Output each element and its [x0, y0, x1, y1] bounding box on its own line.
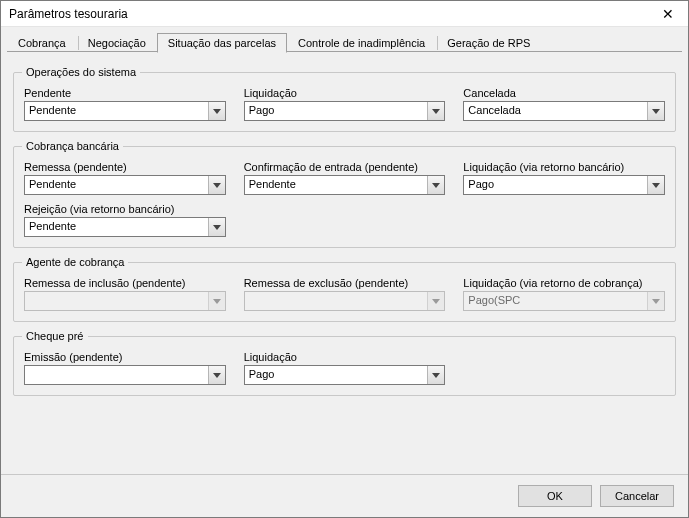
client-area: Cobrança Negociação Situação das parcela…: [1, 27, 688, 517]
combo-value: Pago(SPC: [464, 292, 647, 310]
tab-cobranca[interactable]: Cobrança: [7, 33, 77, 52]
field-label: Liquidação: [244, 351, 446, 363]
combo-agente-liquidacao: Pago(SPC: [463, 291, 665, 311]
field-ops-liquidacao: Liquidação Pago: [244, 87, 446, 121]
combo-cob-confirmacao[interactable]: Pendente: [244, 175, 446, 195]
field-label: Pendente: [24, 87, 226, 99]
field-label: Liquidação: [244, 87, 446, 99]
combo-value: [245, 292, 428, 310]
chevron-down-icon: [208, 176, 225, 194]
combo-cob-liquidacao[interactable]: Pago: [463, 175, 665, 195]
ok-button[interactable]: OK: [518, 485, 592, 507]
field-ops-cancelada: Cancelada Cancelada: [463, 87, 665, 121]
field-cob-remessa: Remessa (pendente) Pendente: [24, 161, 226, 195]
tab-page: Operações do sistema Pendente Pendente L…: [1, 52, 688, 474]
field-agente-rem-inclusao: Remessa de inclusão (pendente): [24, 277, 226, 311]
chevron-down-icon: [208, 218, 225, 236]
tab-label: Situação das parcelas: [168, 37, 276, 49]
close-button[interactable]: ✕: [648, 1, 688, 27]
cancel-button[interactable]: Cancelar: [600, 485, 674, 507]
close-icon: ✕: [662, 6, 674, 22]
chevron-down-icon: [427, 292, 444, 310]
field-agente-liquidacao: Liquidação (via retorno de cobrança) Pag…: [463, 277, 665, 311]
window-title: Parâmetros tesouraria: [9, 7, 128, 21]
group-agente-cobranca: Agente de cobrança Remessa de inclusão (…: [13, 262, 676, 322]
field-label: Remessa de exclusão (pendente): [244, 277, 446, 289]
combo-ops-cancelada[interactable]: Cancelada: [463, 101, 665, 121]
field-cob-rejeicao: Rejeição (via retorno bancário) Pendente: [24, 203, 226, 237]
field-label: Emissão (pendente): [24, 351, 226, 363]
field-label: Liquidação (via retorno de cobrança): [463, 277, 665, 289]
tab-label: Negociação: [88, 37, 146, 49]
combo-value: [25, 366, 208, 384]
chevron-down-icon: [427, 176, 444, 194]
combo-value: Pendente: [25, 102, 208, 120]
chevron-down-icon: [647, 292, 664, 310]
field-label: Cancelada: [463, 87, 665, 99]
chevron-down-icon: [427, 102, 444, 120]
combo-agente-rem-inclusao: [24, 291, 226, 311]
field-ops-pendente: Pendente Pendente: [24, 87, 226, 121]
tab-geracao-rps[interactable]: Geração de RPS: [436, 33, 541, 52]
spacer: [463, 351, 665, 385]
combo-value: Cancelada: [464, 102, 647, 120]
chevron-down-icon: [427, 366, 444, 384]
button-label: Cancelar: [615, 490, 659, 502]
combo-value: Pago: [464, 176, 647, 194]
field-label: Rejeição (via retorno bancário): [24, 203, 226, 215]
combo-value: Pago: [245, 102, 428, 120]
combo-value: Pago: [245, 366, 428, 384]
group-legend: Cobrança bancária: [22, 139, 123, 153]
field-agente-rem-exclusao: Remessa de exclusão (pendente): [244, 277, 446, 311]
tab-negociacao[interactable]: Negociação: [77, 33, 157, 52]
field-label: Remessa (pendente): [24, 161, 226, 173]
chevron-down-icon: [208, 366, 225, 384]
button-label: OK: [547, 490, 563, 502]
combo-cob-remessa[interactable]: Pendente: [24, 175, 226, 195]
combo-cob-rejeicao[interactable]: Pendente: [24, 217, 226, 237]
field-cob-liquidacao: Liquidação (via retorno bancário) Pago: [463, 161, 665, 195]
chevron-down-icon: [647, 102, 664, 120]
spacer: [463, 203, 665, 237]
spacer: [244, 203, 446, 237]
field-cheque-emissao: Emissão (pendente): [24, 351, 226, 385]
group-legend: Operações do sistema: [22, 65, 140, 79]
combo-value: [25, 292, 208, 310]
tab-label: Controle de inadimplência: [298, 37, 425, 49]
field-label: Liquidação (via retorno bancário): [463, 161, 665, 173]
tab-controle-inadimplencia[interactable]: Controle de inadimplência: [287, 33, 436, 52]
group-legend: Agente de cobrança: [22, 255, 128, 269]
combo-value: Pendente: [25, 176, 208, 194]
combo-ops-pendente[interactable]: Pendente: [24, 101, 226, 121]
combo-cheque-liquidacao[interactable]: Pago: [244, 365, 446, 385]
chevron-down-icon: [208, 102, 225, 120]
combo-cheque-emissao[interactable]: [24, 365, 226, 385]
dialog-footer: OK Cancelar: [1, 474, 688, 517]
combo-value: Pendente: [245, 176, 428, 194]
titlebar: Parâmetros tesouraria ✕: [1, 1, 688, 27]
field-label: Remessa de inclusão (pendente): [24, 277, 226, 289]
field-cob-confirmacao: Confirmação de entrada (pendente) Penden…: [244, 161, 446, 195]
group-operacoes-sistema: Operações do sistema Pendente Pendente L…: [13, 72, 676, 132]
chevron-down-icon: [647, 176, 664, 194]
group-cheque-pre: Cheque pré Emissão (pendente) Liquidação…: [13, 336, 676, 396]
combo-value: Pendente: [25, 218, 208, 236]
field-cheque-liquidacao: Liquidação Pago: [244, 351, 446, 385]
combo-ops-liquidacao[interactable]: Pago: [244, 101, 446, 121]
chevron-down-icon: [208, 292, 225, 310]
combo-agente-rem-exclusao: [244, 291, 446, 311]
tab-label: Cobrança: [18, 37, 66, 49]
tab-situacao-parcelas[interactable]: Situação das parcelas: [157, 33, 287, 53]
group-cobranca-bancaria: Cobrança bancária Remessa (pendente) Pen…: [13, 146, 676, 248]
field-label: Confirmação de entrada (pendente): [244, 161, 446, 173]
tabstrip: Cobrança Negociação Situação das parcela…: [1, 27, 688, 52]
tab-label: Geração de RPS: [447, 37, 530, 49]
group-legend: Cheque pré: [22, 329, 88, 343]
